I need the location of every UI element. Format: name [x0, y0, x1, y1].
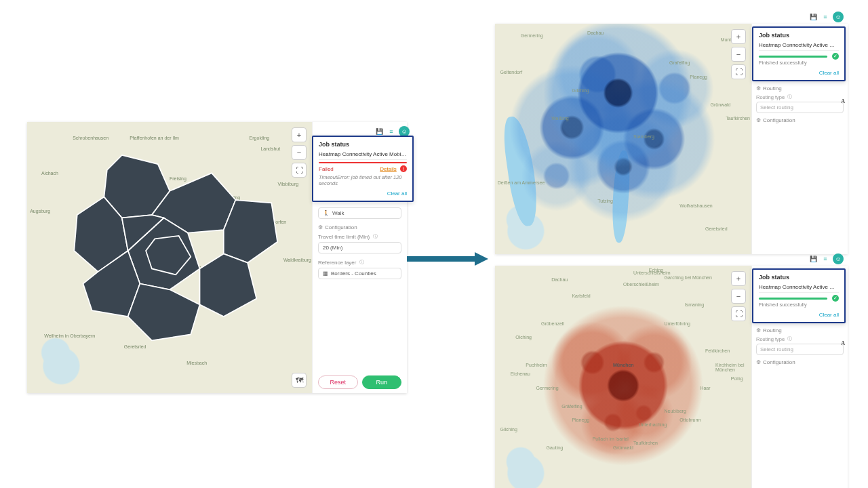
place-label: Grünwald [613, 445, 633, 450]
gear-icon: ⚙ [756, 359, 761, 365]
place-label: Unterföhring [664, 321, 690, 326]
job-status-header: Job status [759, 274, 839, 281]
fullscreen-button[interactable]: ⛶ [731, 306, 746, 321]
travel-time-label: Travel time limit (Min) [318, 233, 401, 240]
right-bottom-map[interactable]: Dachau Karlsfeld Oberschleißheim Untersc… [495, 266, 751, 488]
job-status-label: Failed [319, 166, 334, 172]
travel-time-field[interactable]: 20 (Min) [318, 242, 401, 253]
job-error-msg: TimeoutError: job timed out after 120 se… [319, 174, 407, 186]
zoom-in-button[interactable]: + [731, 271, 746, 286]
svg-marker-1 [475, 252, 488, 266]
place-label: Wolfratshausen [679, 203, 713, 208]
place-label: Dachau [587, 30, 604, 35]
job-details-link[interactable]: Details [380, 166, 396, 172]
map-controls: + − ⛶ [731, 271, 746, 321]
place-label: Gilching [572, 88, 589, 93]
map-controls: + − ⛶ [292, 127, 307, 178]
place-label: Planegg [690, 75, 707, 79]
config-header: ⚙ Configuration [756, 117, 844, 123]
place-label: Karlsfeld [572, 293, 590, 298]
routing-type-select[interactable]: Select routing [756, 102, 844, 113]
zoom-in-button[interactable]: + [292, 127, 307, 142]
place-label: Miesbach [186, 361, 207, 365]
place-label: Ismaning [685, 302, 704, 307]
place-label: Zorneding [198, 266, 220, 270]
place-label: Dachau [551, 277, 568, 282]
zoom-out-button[interactable]: − [731, 47, 746, 62]
place-label: Grafelfing [669, 60, 690, 65]
text-tool-icon[interactable]: A [841, 340, 845, 346]
right-top-icons: 💾 ≡ ☺ [808, 12, 844, 24]
save-icon[interactable]: 💾 [374, 127, 384, 136]
left-map[interactable]: Schrobenhausen Pfaffenhofen an der Ilm E… [27, 122, 312, 393]
job-status-header: Job status [319, 141, 407, 148]
fullscreen-button[interactable]: ⛶ [731, 64, 746, 79]
left-job-status-popover: Job status Heatmap Connectivity Active M… [312, 136, 414, 202]
avatar-icon[interactable]: ☺ [833, 253, 844, 264]
gear-icon: ⚙ [756, 327, 761, 333]
reference-layer-field[interactable]: ▦ Borders - Counties [318, 268, 401, 279]
place-label: Germering [521, 33, 543, 38]
place-label: Planegg [572, 418, 589, 422]
right-bottom-icons: 💾 ≡ ☺ [808, 253, 844, 266]
avatar-icon[interactable]: ☺ [833, 12, 844, 22]
clear-all-link[interactable]: Clear all [319, 190, 407, 197]
error-dot-icon: ! [400, 165, 407, 172]
layers-icon[interactable]: ≡ [387, 127, 396, 136]
place-label: Ergolding [250, 136, 270, 140]
place-label: Grünwald [711, 102, 731, 107]
save-icon[interactable]: 💾 [808, 254, 818, 264]
routing-type-select[interactable]: Select routing [756, 344, 844, 355]
basemap-toggle-button[interactable]: 🗺 [292, 373, 307, 388]
reset-button[interactable]: Reset [318, 375, 358, 389]
zoom-out-button[interactable]: − [292, 145, 307, 160]
place-label: Pullach im Isartal [593, 436, 629, 441]
text-tool-icon[interactable]: A [841, 98, 845, 104]
routing-header: ⚙ Routing [756, 85, 844, 92]
clear-all-link[interactable]: Clear all [759, 70, 839, 76]
job-status-label: Finished successfully [759, 302, 839, 308]
right-bottom-sidebar: 💾 ≡ ☺ Job status Heatmap Connectivity Ac… [751, 266, 848, 488]
place-label: Waldkraiburg [283, 258, 311, 262]
place-label-munich: München [613, 363, 634, 367]
right-top-app-window: Germering Dachau Munich Grafelfing Plane… [495, 24, 848, 254]
place-label: Augsburg [30, 209, 50, 214]
run-button[interactable]: Run [362, 375, 402, 389]
place-label: Gauting [547, 445, 564, 450]
place-label: Kirchheim bei München [715, 363, 751, 372]
place-label: Deißen am Ammersee [498, 180, 545, 185]
clear-all-link[interactable]: Clear all [759, 312, 839, 318]
routing-type-label: Routing type [756, 336, 844, 342]
gear-icon: ⚙ [318, 224, 323, 230]
arrow-icon [407, 252, 488, 266]
lake-shape [610, 150, 631, 243]
place-label: Weßling [551, 116, 569, 121]
place-label: Freising [170, 176, 186, 181]
place-label: Dorfen [272, 220, 286, 224]
right-top-map[interactable]: Germering Dachau Munich Grafelfing Plane… [495, 24, 751, 254]
right-top-sidebar: 💾 ≡ ☺ Job status Heatmap Connectivity Ac… [751, 24, 848, 254]
place-label: Poing [731, 376, 743, 381]
job-name: Heatmap Connectivity Active Mobili… [759, 42, 839, 51]
fullscreen-button[interactable]: ⛶ [292, 163, 307, 178]
routing-mode-field[interactable]: 🚶 Walk [318, 207, 401, 219]
lake-shape [500, 115, 541, 228]
place-label: Taufkirchen [726, 116, 750, 121]
place-label: Taufkirchen [633, 441, 658, 445]
place-label: Unterhaching [639, 422, 667, 427]
place-label-munich: Munich [153, 258, 168, 262]
zoom-in-button[interactable]: + [731, 29, 746, 44]
job-status-label: Finished successfully [759, 60, 839, 66]
config-header: ⚙ Configuration [318, 224, 401, 230]
heatmap-red-overlay [495, 266, 751, 488]
place-label: Neubiberg [664, 409, 686, 413]
reference-layer-label: Reference layer [318, 259, 401, 266]
job-name: Heatmap Connectivity Active Mobili… [319, 151, 407, 160]
place-label: Germering [536, 386, 558, 390]
save-icon[interactable]: 💾 [808, 12, 818, 22]
zoom-out-button[interactable]: − [731, 289, 746, 304]
place-label: Ebersberg [226, 274, 248, 279]
place-label: Erding [226, 195, 240, 200]
layers-icon[interactable]: ≡ [821, 254, 830, 264]
layers-icon[interactable]: ≡ [821, 12, 830, 22]
